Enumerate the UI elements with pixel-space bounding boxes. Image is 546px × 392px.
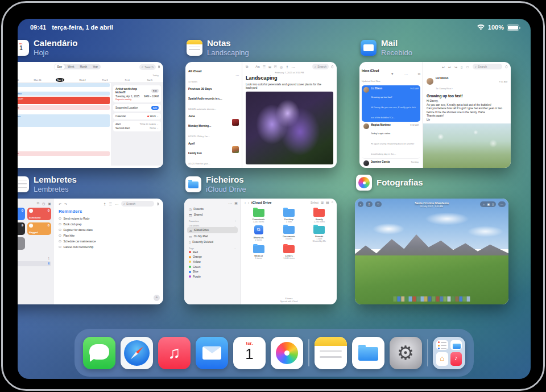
mail-row-selected[interactable]: Liz Dixon9:41 AM Growing up too fast!Hi … xyxy=(362,85,420,122)
event-allday[interactable]: April Fools' Day xyxy=(18,83,110,87)
reminder-item[interactable]: Cancel club membership xyxy=(59,244,159,250)
search-icon[interactable]: ⌕ xyxy=(332,200,333,204)
edit-button[interactable]: Edit xyxy=(151,89,159,93)
tag-yellow[interactable]: Yellow xyxy=(187,259,238,265)
flagged-card[interactable]: 0Flagged xyxy=(27,222,51,235)
forward-icon[interactable]: › xyxy=(248,201,249,204)
sort-icon[interactable]: ☰ xyxy=(109,202,112,206)
mic-icon[interactable] xyxy=(506,65,507,68)
notes-search[interactable]: ⌕Search xyxy=(312,64,329,69)
calendar-view-segmented[interactable]: Day Week Month Year xyxy=(55,64,101,69)
tag-red[interactable]: Red xyxy=(187,250,238,255)
reply-icon[interactable]: ↩ xyxy=(442,65,445,69)
share-icon[interactable]: ↥ xyxy=(366,201,373,207)
list-row[interactable]: Gelato1 xyxy=(18,256,51,261)
sidebar-item-recently-deleted[interactable]: ▯Recently Deleted xyxy=(187,239,238,245)
note-list-item[interactable]: Spatial Audio records in c…6/24/25 autom… xyxy=(188,92,239,112)
folder-downloads[interactable]: Downloads1,043 items xyxy=(245,207,272,223)
view-grid-icon[interactable]: ▤ xyxy=(326,200,329,204)
mic-icon[interactable] xyxy=(157,203,159,205)
share-icon[interactable]: ↥ xyxy=(104,202,106,206)
photos-card-label[interactable]: Fotografias xyxy=(356,175,423,191)
back-icon[interactable]: ‹ xyxy=(245,201,246,204)
reminder-item[interactable]: Plan hike xyxy=(59,233,159,238)
format-icon[interactable]: Aa xyxy=(255,65,259,68)
reminders-window[interactable]: ⧉ ◷ ▣ 0 0Scheduled 9 0Flagged Completed … xyxy=(18,199,163,304)
mailbox-title[interactable]: Inbox iCloud xyxy=(362,69,379,72)
mail-search[interactable]: ⌕Search xyxy=(473,64,502,69)
checkbox[interactable] xyxy=(59,240,61,243)
dock-files-icon[interactable] xyxy=(352,337,384,369)
note-list-item[interactable]: Monday Morning…6/23/25 #Policy #m… xyxy=(188,119,239,139)
file-shortcuts[interactable]: ⧉Shortcuts2 items xyxy=(245,224,272,242)
sidebar-toggle-icon[interactable]: ▣ xyxy=(234,201,238,205)
checklist-icon[interactable]: ☰ xyxy=(263,65,266,69)
second-alert-picker[interactable]: None xyxy=(150,127,156,130)
calendar-search[interactable]: ⌕Search xyxy=(139,64,156,70)
files-window[interactable]: ⋯▣ ◷Recents ⬒Shared Favorites› Locations… xyxy=(184,199,337,304)
checkbox[interactable] xyxy=(59,234,61,237)
mail-card-label[interactable]: Mail Recebido xyxy=(361,38,412,57)
files-card-label[interactable]: Ficheiros iCloud Drive xyxy=(185,175,246,193)
folder-desktop[interactable]: Desktop1 item xyxy=(275,207,303,223)
notes-window[interactable]: All iCloud32 Notes ⋯ Previous 30 Days Sp… xyxy=(185,62,337,168)
folder-friends[interactable]: Friends1 itemShared by Me xyxy=(305,224,333,242)
favorite-heart-icon[interactable]: ♡ xyxy=(375,201,382,207)
checkbox[interactable] xyxy=(59,229,61,232)
more-icon[interactable]: ⋯ xyxy=(115,202,118,206)
photo-tools-pill[interactable]: ☼▣▯ xyxy=(480,201,496,207)
add-location-button[interactable]: Add xyxy=(151,106,159,110)
tab-month[interactable]: Month xyxy=(77,64,90,69)
reminder-item[interactable]: Register for dance class xyxy=(59,227,159,233)
sidebar-item-recents[interactable]: ◷Recents xyxy=(187,206,238,212)
photo-filmstrip[interactable] xyxy=(393,296,470,302)
folder-letters[interactable]: Letters1,040 items xyxy=(275,244,303,259)
markup-icon[interactable]: ◎ xyxy=(280,65,283,69)
event-coffee[interactable]: Meet Chloé for coffee xyxy=(18,92,110,96)
notes-account[interactable]: All iCloud xyxy=(188,69,201,73)
share-icon[interactable]: ⧉ xyxy=(37,201,39,205)
checkbox[interactable] xyxy=(59,246,61,249)
completed-card[interactable]: Completed xyxy=(18,237,25,250)
folder-documents[interactable]: Documents3 items xyxy=(275,224,303,242)
today-button[interactable]: Today xyxy=(152,74,159,77)
tag-blue[interactable]: Blue xyxy=(187,269,238,274)
checkbox[interactable] xyxy=(59,217,61,220)
tag-purple[interactable]: Purple xyxy=(187,274,238,279)
dock-settings-icon[interactable]: ⚙ xyxy=(390,337,422,369)
reminders-search[interactable]: ⌕Search xyxy=(121,201,154,207)
calendar-window[interactable]: ▦ ≣ ＋ Day Week Month Year ⌕Search 2025 T… xyxy=(18,62,163,168)
compose-icon[interactable]: ⧉ xyxy=(246,65,248,69)
dock-recent-apps-stack[interactable]: ⌂ ♪ xyxy=(433,337,465,369)
list-row-selected[interactable]: Reminders6 xyxy=(18,261,51,266)
back-icon[interactable]: ‹ xyxy=(358,201,363,207)
calendar-picker[interactable]: Work xyxy=(150,115,156,118)
table-icon[interactable]: ⊞ xyxy=(268,65,271,69)
tag-green[interactable]: Green xyxy=(187,265,238,270)
dock-safari-icon[interactable] xyxy=(121,337,153,369)
all-card[interactable]: 9 xyxy=(18,222,25,235)
photos-window[interactable]: Santa Cristina Gherdeina 26 July 2017 · … xyxy=(355,199,508,304)
sidebar-item-shared[interactable]: ⬒Shared xyxy=(187,212,238,218)
mic-icon[interactable] xyxy=(158,65,160,68)
more-icon[interactable]: ⋯ xyxy=(498,201,506,207)
clock-icon[interactable]: ◷ xyxy=(42,201,45,205)
dock-notes-icon[interactable] xyxy=(315,337,347,369)
mail-row[interactable]: Jasmine GarciaSunday Page turnersHey Dan… xyxy=(362,159,420,168)
recipient[interactable]: To: Danny Rico › xyxy=(436,87,453,90)
mic-icon[interactable] xyxy=(332,65,333,68)
mail-window[interactable]: Inbox iCloudUpdated Just Now ▼ ⋯ ⧉ Liz D… xyxy=(359,62,511,168)
reminders-card-label[interactable]: Lembretes Lembretes xyxy=(18,175,77,193)
move-folder-icon[interactable]: ▭ xyxy=(466,65,469,69)
dock-calendar-icon[interactable]: ter.1 xyxy=(233,337,266,369)
filter-icon[interactable]: ▼ xyxy=(391,72,394,76)
event-jasmine[interactable]: Karate by Jasmine xyxy=(18,151,110,156)
tab-week[interactable]: Week xyxy=(65,64,77,69)
sidebar-item-icloud-drive[interactable]: ☁iCloud Drive xyxy=(187,227,238,233)
undo-icon[interactable]: ↶ xyxy=(59,202,61,206)
select-button[interactable]: Select xyxy=(311,201,318,204)
tab-year[interactable]: Year xyxy=(90,64,101,69)
more-icon[interactable]: ⋯ xyxy=(228,201,231,205)
redo-icon[interactable]: ↷ xyxy=(64,202,67,206)
folder-family[interactable]: Family1,230 items xyxy=(305,207,333,223)
